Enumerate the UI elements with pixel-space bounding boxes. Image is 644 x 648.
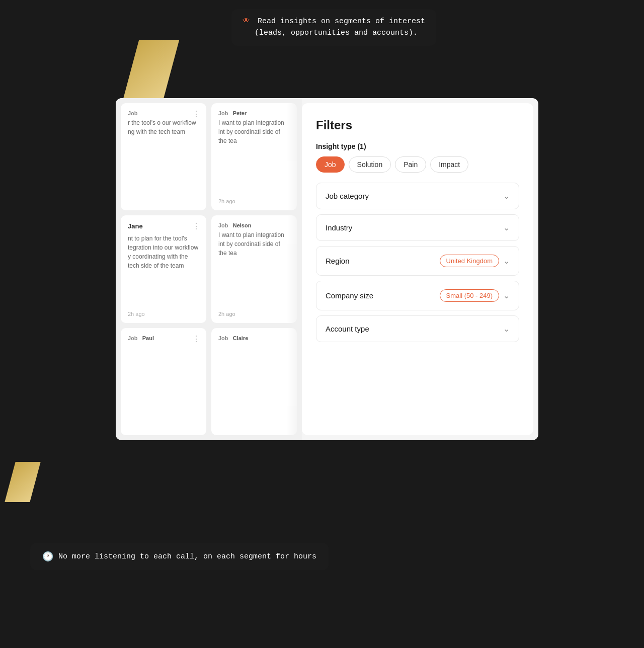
main-content-area: ⋮ Job r the tool's o our workflow ng wit… [116, 98, 538, 440]
filters-panel: Filters Insight type (1) Job Solution Pa… [302, 103, 533, 435]
card-4-text: I want to plan integration int by coordi… [218, 230, 290, 258]
card-4: Job Nelson I want to plan integration in… [211, 215, 297, 322]
pill-impact[interactable]: Impact [430, 156, 468, 173]
filter-job-category[interactable]: Job category ⌄ [316, 183, 519, 209]
filter-industry[interactable]: Industry ⌄ [316, 214, 519, 241]
chevron-region-icon: ⌄ [503, 256, 510, 266]
card-1-text: r the tool's o our workflow ng with the … [128, 118, 199, 136]
card-1-badge: Job [128, 110, 199, 116]
card-4-time: 2h ago [218, 311, 235, 317]
filter-region-tag: United Kingdom [440, 255, 500, 267]
card-2: Job Peter I want to plan integration int… [211, 103, 297, 210]
filter-company-size-right: Small (50 - 249) ⌄ [440, 289, 510, 302]
filter-account-type-label: Account type [326, 325, 369, 333]
card-5-menu[interactable]: ⋮ [192, 334, 200, 344]
top-tooltip-line1: Read insights on segments of interest [258, 17, 425, 26]
clock-icon: 🕐 [42, 551, 53, 562]
card-2-badge: Job Peter [218, 110, 290, 116]
chevron-company-size-icon: ⌄ [503, 291, 510, 300]
filter-job-category-label: Job category [326, 192, 369, 200]
pill-solution[interactable]: Solution [349, 156, 391, 173]
filter-region[interactable]: Region United Kingdom ⌄ [316, 246, 519, 276]
card-3-menu[interactable]: ⋮ [192, 221, 200, 231]
filter-account-type[interactable]: Account type ⌄ [316, 315, 519, 342]
card-1: ⋮ Job r the tool's o our workflow ng wit… [121, 103, 206, 210]
card-2-time: 2h ago [218, 198, 235, 204]
bottom-tooltip: 🕐 No more listening to each call, on eac… [30, 543, 329, 570]
filter-region-right: United Kingdom ⌄ [440, 255, 510, 267]
card-5: Job Paul ⋮ [121, 328, 206, 435]
filter-region-label: Region [326, 257, 350, 265]
filter-company-size-tag: Small (50 - 249) [440, 289, 499, 302]
cards-grid: ⋮ Job r the tool's o our workflow ng wit… [116, 98, 302, 440]
pill-job[interactable]: Job [316, 156, 345, 173]
filter-industry-label: Industry [326, 223, 352, 232]
gold-accent-bottom [5, 462, 40, 502]
filter-account-type-right: ⌄ [503, 324, 510, 334]
insight-type-pills: Job Solution Pain Impact [316, 156, 519, 173]
card-6-badge: Job Claire [218, 335, 290, 341]
eye-icon: 👁 [243, 17, 250, 26]
filter-company-size-label: Company size [326, 291, 373, 300]
card-5-badge: Job Paul [128, 335, 199, 341]
card-3-time: 2h ago [128, 311, 145, 317]
card-1-menu[interactable]: ⋮ [192, 109, 200, 119]
top-tooltip: 👁 Read insights on segments of interest … [231, 9, 436, 46]
chevron-industry-icon: ⌄ [503, 223, 510, 232]
card-3-text: nt to plan for the tool's tegration into… [128, 234, 199, 270]
pill-pain[interactable]: Pain [395, 156, 426, 173]
filter-company-size[interactable]: Company size Small (50 - 249) ⌄ [316, 281, 519, 310]
card-3: ⋮ Jane nt to plan for the tool's tegrati… [121, 215, 206, 322]
card-4-badge: Job Nelson [218, 222, 290, 228]
top-tooltip-line2: (leads, opportunities and accounts). [255, 29, 418, 37]
filter-job-category-right: ⌄ [503, 191, 510, 201]
card-2-text: I want to plan integration int by coordi… [218, 118, 290, 145]
insight-type-label: Insight type (1) [316, 142, 519, 150]
filters-title: Filters [316, 118, 519, 132]
card-3-name: Jane [128, 222, 199, 230]
chevron-job-category-icon: ⌄ [503, 191, 510, 201]
chevron-account-type-icon: ⌄ [503, 324, 510, 334]
gold-accent-top [123, 40, 179, 101]
filter-industry-right: ⌄ [503, 223, 510, 232]
bottom-tooltip-text: No more listening to each call, on each … [58, 552, 316, 561]
card-6: Job Claire [211, 328, 297, 435]
